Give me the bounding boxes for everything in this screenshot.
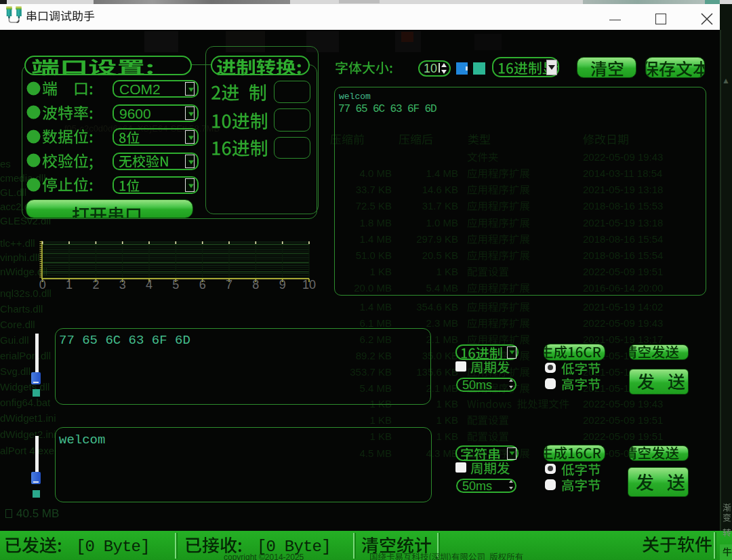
svg-text:8: 8: [252, 278, 259, 292]
svg-text:4: 4: [146, 278, 152, 292]
svg-text:5: 5: [172, 278, 179, 292]
svg-text:1: 1: [66, 278, 73, 292]
svg-text:6: 6: [199, 278, 206, 292]
svg-text:0: 0: [39, 278, 46, 292]
svg-text:3: 3: [119, 278, 126, 292]
svg-text:2: 2: [92, 278, 99, 292]
svg-text:9: 9: [279, 278, 286, 292]
svg-text:10: 10: [302, 278, 316, 292]
svg-text:7: 7: [226, 278, 232, 292]
